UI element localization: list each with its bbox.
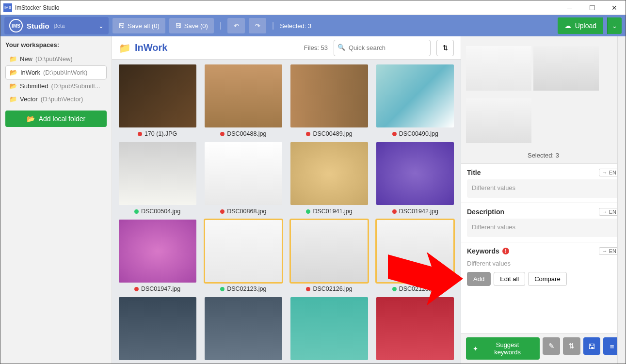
sidebar: Your workspaces: 📁 New (D:\pub\New)📂 InW… xyxy=(0,36,112,364)
preview-thumb[interactable] xyxy=(533,46,599,91)
title-lang-toggle[interactable]: → EN xyxy=(599,169,620,176)
brand-dropdown[interactable]: IMS Studio βeta ⌄ xyxy=(4,17,109,34)
thumbnail[interactable]: 170 (1).JPG xyxy=(117,64,198,137)
thumbnail-label: DSC00488.jpg xyxy=(220,130,266,137)
status-dot xyxy=(134,209,139,214)
thumbnail[interactable]: DSC00490.jpg xyxy=(375,64,456,137)
thumbnail-image xyxy=(119,297,196,360)
minimize-button[interactable]: ─ xyxy=(559,0,581,15)
thumbnail-image xyxy=(119,64,196,127)
sidebar-item-vector[interactable]: 📁 Vector (D:\pub\Vector) xyxy=(5,93,107,106)
thumbnail-label: DSC00489.jpg xyxy=(306,130,352,137)
preview-area xyxy=(461,36,626,148)
thumbnail-label: DSC02128.jpg xyxy=(392,285,438,292)
keywords-edit-all-button[interactable]: Edit all xyxy=(494,272,525,286)
keywords-lang-toggle[interactable]: → EN xyxy=(599,247,620,255)
thumbnail[interactable] xyxy=(289,297,370,360)
thumbnail[interactable]: DSC02126.jpg xyxy=(289,220,370,292)
thumbnail-label: DSC02126.jpg xyxy=(306,285,352,292)
status-dot xyxy=(306,132,310,136)
folder-icon: 📂 xyxy=(10,69,17,76)
separator: | xyxy=(218,21,224,30)
thumbnail[interactable]: DSC02128.jpg xyxy=(375,220,456,292)
folder-title: 📁 InWork xyxy=(119,42,167,54)
sort-keywords-button[interactable]: ⇅ xyxy=(563,337,580,355)
menu-icon: ≡ xyxy=(610,342,614,350)
sidebar-item-new[interactable]: 📁 New (D:\pub\New) xyxy=(5,52,107,65)
preview-thumb[interactable] xyxy=(466,98,531,143)
status-dot xyxy=(392,132,397,136)
scrollbar[interactable] xyxy=(617,36,626,364)
thumbnail-image xyxy=(119,142,196,205)
thumbnail-image xyxy=(290,142,368,205)
thumbnail-image xyxy=(290,297,368,360)
status-dot xyxy=(306,287,310,291)
folder-header: 📁 InWork Files: 53 🔍 ⇅ xyxy=(112,36,461,60)
save-button[interactable]: 🖫 Save (0) xyxy=(169,18,214,33)
thumbnail[interactable] xyxy=(375,297,456,360)
description-input[interactable]: Different values xyxy=(467,219,620,237)
upload-button[interactable]: ☁ Upload xyxy=(558,17,603,34)
title-section: Title → EN Different values xyxy=(461,163,626,203)
description-lang-toggle[interactable]: → EN xyxy=(599,208,620,216)
description-section: Description → EN Different values xyxy=(461,203,626,242)
save-all-button[interactable]: 🖫 Save all (0) xyxy=(112,18,165,33)
status-dot xyxy=(392,209,397,214)
thumbnail[interactable]: DSC01947.jpg xyxy=(117,220,198,292)
pencil-icon: ✎ xyxy=(548,342,555,350)
description-label: Description xyxy=(467,208,504,216)
title-input[interactable]: Different values xyxy=(467,179,620,198)
thumbnail-label: DSC01947.jpg xyxy=(134,285,180,292)
status-dot xyxy=(306,209,310,214)
status-dot xyxy=(220,287,225,291)
properties-panel: Selected: 3 Title → EN Different values … xyxy=(461,36,626,364)
thumbnail-image xyxy=(376,142,454,205)
thumbnail-image xyxy=(205,64,282,127)
selected-count: Selected: 3 xyxy=(280,22,311,30)
files-count: Files: 53 xyxy=(304,44,328,51)
upload-dropdown[interactable]: ⌄ xyxy=(607,17,622,34)
status-dot xyxy=(138,132,142,136)
folder-open-icon: 📂 xyxy=(27,115,35,123)
add-local-folder-button[interactable]: 📂 Add local folder xyxy=(5,111,107,127)
status-dot xyxy=(134,287,139,291)
keywords-compare-button[interactable]: Compare xyxy=(528,272,566,286)
main-panel: 📁 InWork Files: 53 🔍 ⇅ 170 (1).JPGDSC004… xyxy=(112,36,461,364)
keywords-section: Keywords ! → EN Different values Add Edi… xyxy=(461,242,626,333)
thumbnail-image xyxy=(376,64,454,127)
thumbnail[interactable] xyxy=(203,297,284,360)
thumbnail-image xyxy=(205,142,282,205)
suggest-keywords-button[interactable]: ✦ Suggest keywords xyxy=(466,337,540,360)
save-all-icon: 🖫 xyxy=(118,22,125,30)
panel-selected-count: Selected: 3 xyxy=(461,148,626,163)
close-button[interactable]: ✕ xyxy=(603,0,626,15)
undo-button[interactable]: ↶ xyxy=(227,18,245,33)
sort-button[interactable]: ⇅ xyxy=(436,40,454,56)
search-icon: 🔍 xyxy=(337,44,345,51)
preview-thumb[interactable] xyxy=(466,46,531,91)
thumbnail-image xyxy=(205,297,282,360)
thumbnail[interactable]: DSC00489.jpg xyxy=(289,64,370,137)
thumbnail[interactable]: DSC01941.jpg xyxy=(289,142,370,215)
cloud-upload-icon: ☁ xyxy=(564,22,571,30)
sidebar-item-inwork[interactable]: 📂 InWork (D:\pub\InWork) xyxy=(5,65,107,79)
keywords-add-button[interactable]: Add xyxy=(467,272,491,286)
sidebar-item-submitted[interactable]: 📂 Submitted (D:\pub\Submitt... xyxy=(5,79,107,93)
thumbnail[interactable] xyxy=(117,297,198,360)
search-input[interactable] xyxy=(334,40,431,56)
maximize-button[interactable]: ☐ xyxy=(581,0,603,15)
thumbnail-label: 170 (1).JPG xyxy=(138,130,177,137)
thumbnail[interactable]: DSC02123.jpg xyxy=(203,220,284,292)
sort-icon: ⇅ xyxy=(568,342,575,350)
thumbnail-image xyxy=(290,64,368,127)
edit-button[interactable]: ✎ xyxy=(543,337,560,355)
save-metadata-button[interactable]: 🖫 xyxy=(583,337,601,355)
folder-icon: 📂 xyxy=(9,82,17,90)
thumbnail[interactable]: DSC00488.jpg xyxy=(203,64,284,137)
thumbnail[interactable]: DSC00504.jpg xyxy=(117,142,198,215)
redo-button[interactable]: ↷ xyxy=(249,18,266,33)
thumbnail[interactable]: DSC00868.jpg xyxy=(203,142,284,215)
thumbnail[interactable]: DSC01942.jpg xyxy=(375,142,456,215)
thumbnail-image xyxy=(376,297,454,360)
title-label: Title xyxy=(467,169,481,176)
